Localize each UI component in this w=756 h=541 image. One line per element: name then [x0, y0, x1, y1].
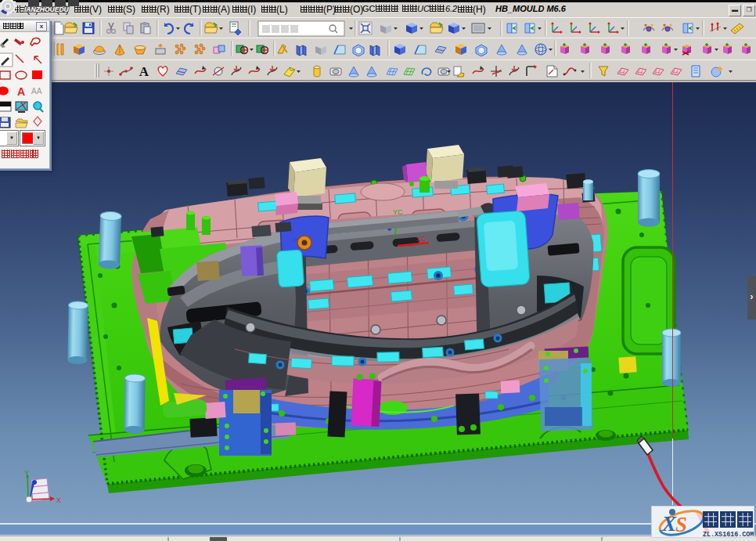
svg-text:X: X: [56, 496, 61, 504]
svg-text:X: X: [661, 512, 677, 536]
svg-text:XC: XC: [416, 235, 427, 243]
svg-text:S: S: [675, 513, 687, 536]
svg-text:AA: AA: [31, 87, 42, 96]
svg-text:A: A: [17, 85, 25, 98]
svg-text:IANZHOUEDU: IANZHOUEDU: [24, 5, 70, 13]
svg-text:YC: YC: [393, 208, 403, 216]
svg-text:Y: Y: [24, 469, 29, 477]
svg-text:ZL.XS1616.COM: ZL.XS1616.COM: [703, 531, 754, 538]
